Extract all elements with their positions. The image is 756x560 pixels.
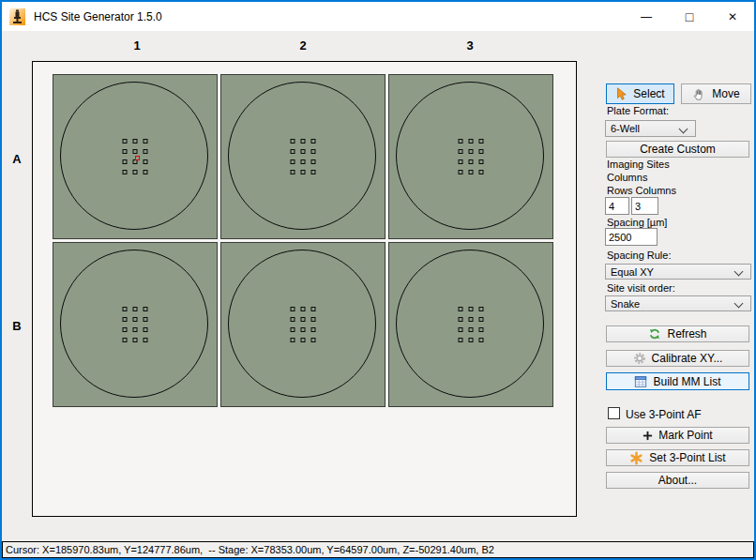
site-grid [123,307,148,342]
create-custom-button[interactable]: Create Custom [606,141,749,158]
well-B2[interactable] [220,242,386,407]
mark-point-button[interactable]: Mark Point [606,427,749,444]
site-square [301,139,306,144]
site-square [123,149,128,154]
chevron-down-icon [679,124,688,133]
site-square [479,159,484,164]
site-visit-order-value: Snake [611,298,640,310]
plus-icon [643,431,653,441]
site-square [459,327,463,332]
site-square [123,139,128,144]
site-square [469,307,474,311]
site-square [291,307,295,311]
site-square [291,159,295,164]
calibrate-xy-button[interactable]: Calibrate XY... [606,350,749,367]
set-3point-list-button[interactable]: Set 3-Point List [606,449,749,466]
site-square [459,170,463,174]
close-button[interactable]: ✕ [711,2,754,31]
site-square [311,139,316,144]
refresh-label: Refresh [667,327,706,341]
move-button[interactable]: Move [681,83,751,104]
site-square [469,149,474,154]
row-label-a: A [8,152,26,166]
spacing-label: Spacing [µm] [607,217,667,228]
site-square [311,159,316,164]
site-square [123,317,128,322]
minimize-button[interactable]: — [625,2,668,31]
site-square [144,170,148,174]
site-square [291,170,295,174]
build-mm-list-button[interactable]: Build MM List [606,372,749,390]
mark-point-label: Mark Point [658,429,712,442]
refresh-button[interactable]: Refresh [606,325,749,342]
wells-grid [53,74,553,407]
site-square [301,170,306,174]
plate-format-select[interactable]: 6-Well [605,120,696,137]
site-square [301,317,306,322]
site-visit-order-label: Site visit order: [607,282,675,294]
site-visit-order-select[interactable]: Snake [605,295,751,311]
site-square [133,327,138,332]
site-grid [459,307,484,342]
columns-input[interactable] [631,197,658,215]
site-square [459,338,463,342]
window-title: HCS Site Generator 1.5.0 [34,10,162,23]
well-A3[interactable] [388,74,553,239]
imaging-sites-label: Imaging Sites [607,159,670,170]
rows-columns-label: Rows Columns [607,185,676,196]
site-square [469,327,474,332]
well-A2[interactable] [220,74,386,239]
table-icon [634,375,647,388]
select-button[interactable]: Select [606,83,674,104]
site-square [291,149,295,154]
window-titlebar: HCS Site Generator 1.5.0 — □ ✕ [2,2,754,31]
move-button-label: Move [712,87,739,100]
site-square [301,149,306,154]
spacing-rule-select[interactable]: Equal XY [605,264,751,280]
site-grid [291,139,316,174]
rows-input[interactable] [605,197,629,215]
site-square [311,170,316,174]
maximize-button[interactable]: □ [668,2,711,31]
site-square [144,159,148,164]
site-square [301,159,306,164]
use-3point-af-checkbox[interactable] [608,407,620,419]
calibrate-xy-label: Calibrate XY... [652,352,723,365]
asterisk-icon [629,451,643,465]
site-square [479,317,484,322]
well-B3[interactable] [388,242,553,407]
status-text: Cursor: X=185970.83um, Y=124777.86um, --… [3,544,494,555]
site-square [144,338,148,342]
site-square [479,149,484,154]
spacing-input[interactable] [605,228,658,246]
plate-format-value: 6-Well [611,123,640,134]
spacing-rule-value: Equal XY [611,266,654,278]
cursor-arrow-icon [615,87,627,100]
app-window: HCS Site Generator 1.5.0 — □ ✕ 1 2 3 A B… [0,0,756,560]
refresh-arrows-icon [648,327,661,341]
site-square [459,149,463,154]
chevron-down-icon [734,299,744,309]
select-button-label: Select [633,87,664,100]
column-header-3: 3 [459,38,481,53]
site-square [133,139,138,144]
set-3point-list-label: Set 3-Point List [649,451,725,464]
site-square [469,170,474,174]
site-square [459,159,463,164]
site-square [123,307,128,311]
site-square [469,317,474,322]
site-square [311,307,316,311]
site-square [479,327,484,332]
site-square [459,139,463,144]
site-square [301,307,306,311]
well-A1[interactable] [53,74,218,239]
site-square [469,338,474,342]
site-square [144,317,148,322]
site-square [479,307,484,311]
about-button[interactable]: About... [606,472,749,489]
site-grid [459,139,484,174]
site-square [133,170,138,174]
site-square [144,307,148,311]
site-square [479,338,484,342]
well-B1[interactable] [53,242,218,407]
